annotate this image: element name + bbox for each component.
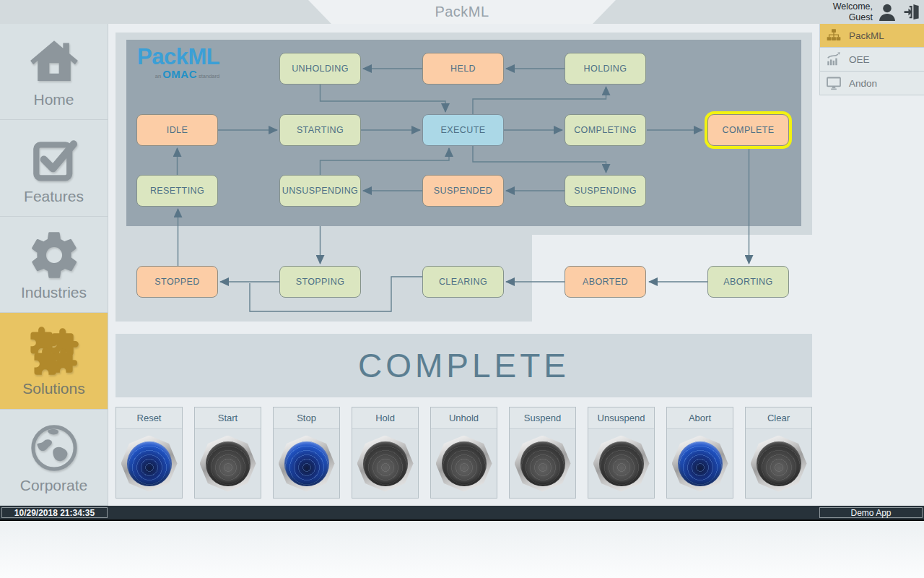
state-aborted: ABORTED (565, 266, 646, 298)
welcome-line2: Guest (833, 12, 873, 23)
push-button-cap (363, 441, 408, 486)
state-suspending: SUSPENDING (565, 175, 646, 207)
clear-push-button[interactable] (751, 436, 807, 492)
sidebar-item-home[interactable]: Home (0, 24, 108, 120)
control-body (195, 429, 261, 498)
app-tab-label: OEE (849, 54, 870, 65)
page-title-tab: PackML (308, 0, 616, 24)
app-tab-label: PackML (849, 30, 884, 41)
state-suspended: SUSPENDED (422, 175, 504, 207)
control-label: Clear (746, 407, 811, 429)
user-area: Welcome, Guest (833, 0, 921, 24)
home-icon (27, 35, 82, 90)
control-body (510, 429, 575, 498)
state-starting: STARTING (279, 114, 361, 146)
sidebar-item-features[interactable]: Features (0, 120, 108, 216)
push-button-cap (284, 441, 329, 486)
unhold-push-button[interactable] (436, 436, 492, 492)
status-banner: COMPLETE (116, 334, 812, 397)
control-label: Abort (667, 407, 733, 429)
status-banner-text: COMPLETE (358, 346, 570, 385)
sidebar-item-solutions[interactable]: Solutions (0, 313, 108, 409)
push-button-cap (206, 441, 250, 486)
control-card-hold: Hold (352, 407, 419, 499)
gear-icon (27, 228, 82, 282)
trend-chart-icon (826, 51, 842, 67)
checkbox-icon (27, 131, 82, 186)
app-tab-packml[interactable]: PackML (820, 24, 924, 48)
control-buttons: ResetStartStopHoldUnholdSuspendUnsuspend… (116, 407, 812, 499)
control-card-suspend: Suspend (509, 407, 576, 499)
page-title: PackML (435, 4, 489, 20)
reset-push-button[interactable] (121, 436, 178, 492)
sidebar-item-label: Industries (21, 284, 87, 301)
sidebar-item-label: Solutions (22, 380, 84, 397)
state-stopped: STOPPED (136, 266, 218, 298)
packml-hmi-screen: PackML Welcome, Guest HomeFeaturesIndust… (0, 0, 924, 578)
unsuspend-push-button[interactable] (593, 436, 650, 492)
sitemap-icon (826, 27, 842, 43)
state-aborting: ABORTING (707, 266, 789, 298)
logout-icon[interactable] (902, 2, 921, 22)
state-execute: EXECUTE (422, 114, 504, 146)
right-sidebar: PackMLOEEAndon (819, 24, 924, 95)
state-holding: HOLDING (565, 53, 646, 85)
control-body (746, 429, 811, 498)
control-label: Unsuspend (588, 407, 654, 429)
edge-execute-suspending (473, 146, 606, 173)
app-tab-label: Andon (849, 78, 877, 89)
control-body (352, 429, 418, 498)
stop-push-button[interactable] (279, 436, 335, 492)
state-resetting: RESETTING (136, 175, 218, 207)
puzzle-icon (27, 324, 82, 379)
control-body (274, 429, 339, 498)
control-label: Reset (116, 407, 182, 429)
control-card-unhold: Unhold (430, 407, 497, 499)
control-body (667, 429, 733, 498)
push-button-cap (127, 441, 172, 486)
edge-unholding-execute (321, 85, 446, 112)
state-idle: IDLE (136, 114, 218, 146)
state-unsuspending: UNSUSPENDING (279, 175, 361, 207)
abort-push-button[interactable] (672, 436, 728, 492)
app-tab-oee[interactable]: OEE (820, 48, 924, 72)
state-clearing: CLEARING (422, 266, 504, 298)
suspend-push-button[interactable] (515, 436, 571, 492)
control-body (588, 429, 654, 498)
app-name: Demo App (819, 507, 923, 518)
sidebar-item-corporate[interactable]: Corporate (0, 410, 108, 506)
welcome-text: Welcome, Guest (833, 1, 873, 23)
state-held: HELD (422, 53, 504, 85)
control-card-clear: Clear (745, 407, 812, 499)
start-push-button[interactable] (200, 436, 256, 492)
control-card-unsuspend: Unsuspend (588, 407, 655, 499)
control-label: Unhold (431, 407, 497, 429)
timestamp: 10/29/2018 21:34:35 (1, 507, 108, 518)
user-icon[interactable] (876, 1, 898, 23)
app-tab-andon[interactable]: Andon (820, 72, 924, 95)
bottom-fade (0, 522, 924, 578)
hold-push-button[interactable] (357, 436, 414, 492)
state-stopping: STOPPING (279, 266, 361, 298)
sidebar-item-label: Home (33, 91, 74, 108)
push-button-cap (520, 441, 565, 486)
monitor-icon (826, 75, 842, 91)
edge-execute-holding (473, 87, 606, 114)
globe-icon (27, 420, 82, 475)
control-card-reset: Reset (116, 407, 183, 499)
state-complete: COMPLETE (707, 114, 789, 146)
control-body (431, 429, 497, 498)
state-unholding: UNHOLDING (279, 53, 361, 85)
footer-bar: 10/29/2018 21:34:35 Demo App (0, 506, 924, 521)
push-button-cap (599, 441, 644, 486)
state-completing: COMPLETING (565, 114, 646, 146)
state-diagram-panel: PackML an OMAC standard (116, 33, 812, 322)
sidebar-item-industries[interactable]: Industries (0, 217, 108, 313)
control-body (116, 429, 182, 498)
control-card-stop: Stop (273, 407, 340, 499)
top-bar: PackML Welcome, Guest (0, 0, 924, 24)
sidebar-item-label: Corporate (20, 477, 87, 494)
control-label: Stop (274, 407, 339, 429)
control-card-start: Start (194, 407, 261, 499)
control-label: Suspend (510, 407, 575, 429)
